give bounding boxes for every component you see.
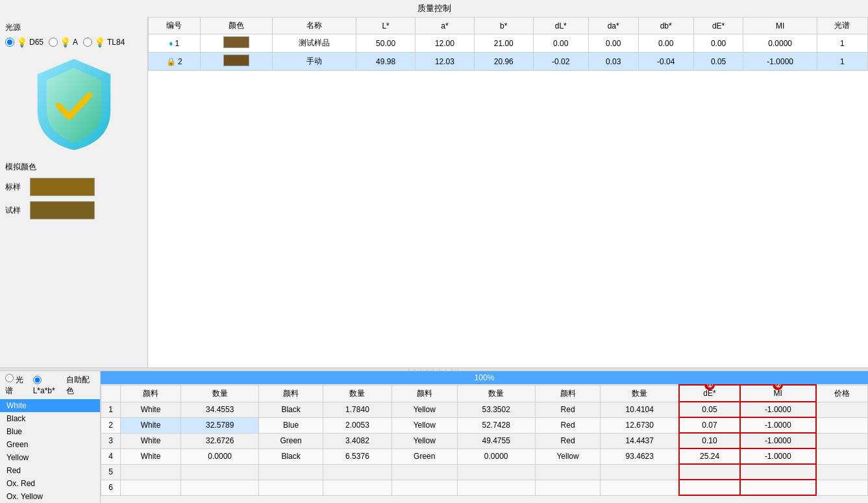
upper-section: 光源 💡 D65 💡 A 💡 TL84: [0, 17, 868, 367]
list-item[interactable]: Blue: [0, 425, 100, 438]
radio-a[interactable]: 💡 A: [49, 37, 78, 47]
list-item[interactable]: Ox. Yellow: [0, 490, 100, 503]
radio-lab[interactable]: L*a*b*: [33, 376, 63, 395]
formula-col-header-9: ②MI: [740, 385, 816, 402]
formula-q3: 52.7428: [457, 417, 535, 433]
cell-MI: 0.0000: [743, 34, 817, 53]
col-header-guang: 光谱: [817, 18, 867, 34]
formula-table-row[interactable]: 2White32.5789Blue2.0053Yellow52.7428Red1…: [101, 417, 868, 433]
standard-label: 标样: [5, 182, 23, 193]
formula-table-row[interactable]: 1White34.4553Black1.7840Yellow53.3502Red…: [101, 402, 868, 417]
formula-MI: -1.0000: [740, 417, 816, 433]
table-row[interactable]: ♦1 测试样品 50.00 12.00 21.00 0.00 0.00 0.00…: [149, 34, 868, 53]
progress-bar: 100%: [101, 371, 868, 384]
formula-table-container: 颜料数量颜料数量颜料数量颜料数量①dE*②MI价格 1White34.4553B…: [101, 384, 868, 503]
cell-dL: -0.02: [533, 53, 588, 71]
auto-config-label: 光谱 L*a*b* 自助配色: [0, 371, 100, 399]
radio-d65[interactable]: 💡 D65: [5, 37, 43, 47]
radio-guang[interactable]: 光谱: [5, 374, 29, 397]
lower-section: 光谱 L*a*b* 自助配色 WhiteBlackBlueGreenYellow…: [0, 371, 868, 503]
list-item[interactable]: Black: [0, 412, 100, 425]
color-list-panel: 光谱 L*a*b* 自助配色 WhiteBlackBlueGreenYellow…: [0, 371, 101, 503]
sample-color-row: 试样: [5, 201, 142, 219]
radio-tl84-label: TL84: [107, 38, 125, 47]
formula-q4: [601, 464, 679, 480]
formula-q4: [601, 480, 679, 495]
formula-p4: [535, 464, 601, 480]
col-header-db: db*: [638, 18, 693, 34]
formula-no: 6: [101, 480, 121, 495]
col-header-id: 编号: [149, 18, 201, 34]
col-header-name: 名称: [273, 18, 356, 34]
cell-guang: 1: [817, 53, 867, 71]
cell-guang: 1: [817, 34, 867, 53]
cell-color: [200, 34, 273, 53]
cell-name: 手动: [273, 53, 356, 71]
formula-p3: Green: [391, 448, 457, 464]
radio-tl84[interactable]: 💡 TL84: [83, 37, 125, 47]
cell-dL: 0.00: [533, 34, 588, 53]
formula-p4: Red: [535, 417, 601, 433]
formula-q2: 3.4082: [323, 433, 392, 448]
standard-color-swatch: [30, 178, 95, 196]
formula-table-row[interactable]: 4White0.0000Black6.5376Green0.0000Yellow…: [101, 448, 868, 464]
formula-MI: [740, 464, 816, 480]
auto-config-main-label: 自助配色: [66, 374, 95, 397]
formula-table-row[interactable]: 6: [101, 480, 868, 495]
formula-p3: Yellow: [391, 402, 457, 417]
col-header-dL: dL*: [533, 18, 588, 34]
formula-q3: 0.0000: [457, 448, 535, 464]
formula-price: [816, 402, 868, 417]
formula-table-row[interactable]: 5: [101, 464, 868, 480]
list-item[interactable]: White: [0, 399, 100, 412]
formula-p1: White: [121, 448, 181, 464]
list-item[interactable]: Green: [0, 438, 100, 451]
cell-b: 21.00: [474, 34, 533, 53]
cell-da: 0.00: [588, 34, 638, 53]
formula-dE: 0.07: [679, 417, 740, 433]
table-row[interactable]: 🔒2 手动 49.98 12.03 20.96 -0.02 0.03 -0.04…: [149, 53, 868, 71]
shield-container: [5, 53, 142, 156]
formula-no: 1: [101, 402, 121, 417]
light-source-radio-group: 💡 D65 💡 A 💡 TL84: [5, 37, 142, 47]
cell-name: 测试样品: [273, 34, 356, 53]
formula-q2: [323, 464, 392, 480]
list-item[interactable]: Yellow: [0, 451, 100, 464]
col-header-a: a*: [415, 18, 474, 34]
radio-d65-label: D65: [29, 38, 43, 47]
formula-table-row[interactable]: 3White32.6726Green3.4082Yellow49.4755Red…: [101, 433, 868, 448]
col-header-color: 颜色: [200, 18, 273, 34]
formula-q1: [181, 464, 259, 480]
formula-q2: [323, 480, 392, 495]
formula-q1: 0.0000: [181, 448, 259, 464]
formula-dE: [679, 480, 740, 495]
formula-q1: 34.4553: [181, 402, 259, 417]
radio-a-label: A: [73, 38, 78, 47]
bulb-icon-tl84: 💡: [94, 37, 105, 47]
cell-id: 🔒2: [149, 53, 201, 71]
formula-p2: [259, 464, 323, 480]
formula-MI: -1.0000: [740, 402, 816, 417]
list-item[interactable]: Ox. Red: [0, 477, 100, 490]
cell-b: 20.96: [474, 53, 533, 71]
formula-q4: 12.6730: [601, 417, 679, 433]
formula-dE: 0.10: [679, 433, 740, 448]
formula-MI: [740, 480, 816, 495]
shield-icon: [29, 56, 119, 153]
formula-q3: [457, 464, 535, 480]
col-header-dE: dE*: [693, 18, 743, 34]
formula-panel: 100% 颜料数量颜料数量颜料数量颜料数量①dE*②MI价格 1White34.…: [101, 371, 868, 503]
formula-MI: -1.0000: [740, 433, 816, 448]
formula-p3: Yellow: [391, 417, 457, 433]
list-item[interactable]: Red: [0, 464, 100, 477]
qc-table: 编号 颜色 名称 L* a* b* dL* da* db* dE* MI 光谱: [148, 17, 868, 71]
formula-price: [816, 417, 868, 433]
radio-lab-label: L*a*b*: [33, 386, 55, 395]
formula-q1: [181, 480, 259, 495]
formula-q4: 10.4104: [601, 402, 679, 417]
col-header-L: L*: [356, 18, 415, 34]
formula-dE: 0.05: [679, 402, 740, 417]
formula-dE: 25.24: [679, 448, 740, 464]
formula-p4: Yellow: [535, 448, 601, 464]
formula-col-header-6: 颜料: [535, 385, 601, 402]
